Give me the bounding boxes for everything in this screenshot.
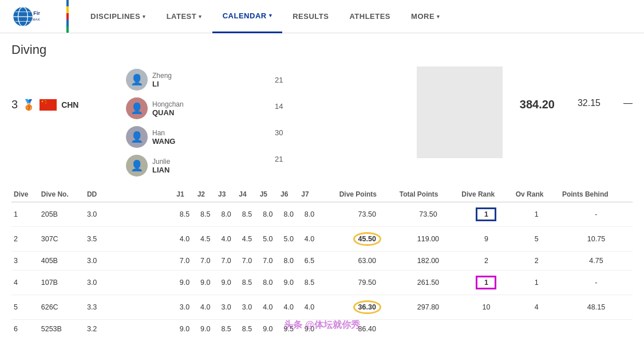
col-j6: J6 [278, 187, 299, 202]
nav-more[interactable]: MORE ▾ [401, 0, 451, 33]
dive-points-cell: 63.00 [337, 252, 397, 271]
dive-numbers-col: 21 14 30 21 [275, 66, 283, 172]
dive-num: 1 [11, 202, 39, 227]
points-behind: - [560, 202, 633, 227]
athlete-name: Junlie LIAN [152, 158, 170, 174]
main-content: Diving 3 🥉 CHN [0, 33, 644, 337]
j6: 8.0 [278, 252, 299, 271]
col-j2: J2 [195, 187, 216, 202]
table-row: 2 307C 3.5 4.0 4.5 4.0 4.5 5.0 5.0 4.0 4… [11, 227, 633, 252]
fina-logo: Fina MAKE 1T NEW WORLDS [11, 5, 40, 28]
ov-rank [513, 320, 560, 338]
points-behind [560, 320, 633, 338]
j6: 9.5 [278, 320, 299, 338]
team-code: CHN [61, 100, 78, 109]
chevron-down-icon: ▾ [143, 14, 146, 19]
j1: 3.0 [174, 295, 195, 320]
dive-no: 107B [39, 271, 85, 295]
total-points: 182.00 [397, 252, 460, 271]
j4: 3.0 [236, 295, 257, 320]
ov-rank: 2 [513, 252, 560, 271]
dive-rank-cell: 1 [459, 202, 513, 227]
chevron-down-icon: ▾ [199, 14, 202, 19]
dive-num: 4 [11, 271, 39, 295]
j5: 9.0 [258, 320, 278, 338]
athlete-name: Zheng LI [152, 72, 172, 88]
dive-no: 307C [39, 227, 85, 252]
j4: 8.5 [236, 202, 257, 227]
flag-china [39, 99, 57, 111]
col-empty2 [320, 187, 337, 202]
col-pointsbehind: Points Behind [560, 187, 633, 202]
col-j7: J7 [299, 187, 319, 202]
ov-rank: 4 [513, 295, 560, 320]
chevron-down-icon: ▾ [269, 13, 272, 18]
table-row: 4 107B 3.0 9.0 9.0 9.0 8.5 8.0 9.0 8.5 7… [11, 271, 633, 295]
logo-area: Fina MAKE 1T NEW WORLDS [11, 5, 44, 28]
j4: 4.5 [236, 227, 257, 252]
j2: 9.0 [195, 320, 216, 338]
total-points: 73.50 [397, 202, 460, 227]
dive-rank-cell: 1 [459, 271, 513, 295]
j3: 9.0 [216, 271, 236, 295]
j5: 8.0 [258, 202, 278, 227]
nav-latest[interactable]: LATEST ▾ [156, 0, 212, 33]
dive-points-cell: 36.30 [337, 295, 397, 320]
j7: 9.0 [299, 320, 319, 338]
j4: 8.5 [236, 320, 257, 338]
col-j3: J3 [216, 187, 236, 202]
chevron-down-icon: ▾ [437, 14, 440, 19]
dive-dd: 3.0 [85, 202, 105, 227]
dive-dd: 3.0 [85, 252, 105, 271]
dive-no: 205B [39, 202, 85, 227]
total-score-value: 384.20 [520, 98, 555, 111]
total-points: 119.00 [397, 227, 460, 252]
nav-calendar[interactable]: CALENDAR ▾ [212, 0, 282, 33]
col-empty [105, 187, 174, 202]
j4: 8.5 [236, 271, 257, 295]
avatar: 👤 [126, 155, 148, 177]
col-ovrank: Ov Rank [513, 187, 560, 202]
header: Fina MAKE 1T NEW WORLDS DISCIPLINES ▾ LA… [0, 0, 644, 33]
j7: 8.0 [299, 202, 319, 227]
j2: 4.5 [195, 227, 216, 252]
nav-disciplines[interactable]: DISCIPLINES ▾ [80, 0, 156, 33]
col-j4: J4 [236, 187, 257, 202]
dive-dd: 3.2 [85, 320, 105, 338]
total-score-block: 384.20 [520, 98, 555, 111]
points-behind: 4.75 [560, 252, 633, 271]
j3: 4.0 [216, 227, 236, 252]
score2-block: 32.15 [578, 98, 600, 108]
dive-num: 2 [11, 227, 39, 252]
main-nav: DISCIPLINES ▾ LATEST ▾ CALENDAR ▾ RESULT… [80, 0, 633, 33]
dive-num: 3 [11, 252, 39, 271]
athlete-row: 👤 Junlie LIAN [126, 152, 240, 179]
total-points: 261.50 [397, 271, 460, 295]
j3: 8.0 [216, 202, 236, 227]
table-row: 6 5253B 3.2 9.0 9.0 8.5 8.5 9.0 9.5 9.0 … [11, 320, 633, 338]
total-points: 297.80 [397, 295, 460, 320]
col-diveno: Dive No. [39, 187, 85, 202]
dive-num: 6 [11, 320, 39, 338]
table-row: 5 626C 3.3 3.0 4.0 3.0 3.0 4.0 4.0 4.0 3… [11, 295, 633, 320]
j1: 7.0 [174, 252, 195, 271]
dive-points-cell: 86.40 [337, 320, 397, 338]
athlete-row: 👤 Hongchan QUAN [126, 95, 240, 122]
j5: 8.0 [258, 271, 278, 295]
athlete-name: Hongchan QUAN [152, 100, 184, 117]
dive-no: 405B [39, 252, 85, 271]
team-rank: 3 [11, 98, 18, 111]
nav-athletes[interactable]: ATHLETES [339, 0, 401, 33]
j4: 7.0 [236, 252, 257, 271]
col-j5: J5 [258, 187, 278, 202]
j5: 5.0 [258, 227, 278, 252]
dive-rank-cell [459, 320, 513, 338]
nav-results[interactable]: RESULTS [282, 0, 339, 33]
col-dd: DD [85, 187, 105, 202]
dive-rank-cell: 2 [459, 252, 513, 271]
dive-no: 626C [39, 295, 85, 320]
score2-value: 32.15 [578, 98, 600, 108]
svg-text:Fina: Fina [33, 10, 40, 15]
col-dive: Dive [11, 187, 39, 202]
dive-dd: 3.3 [85, 295, 105, 320]
